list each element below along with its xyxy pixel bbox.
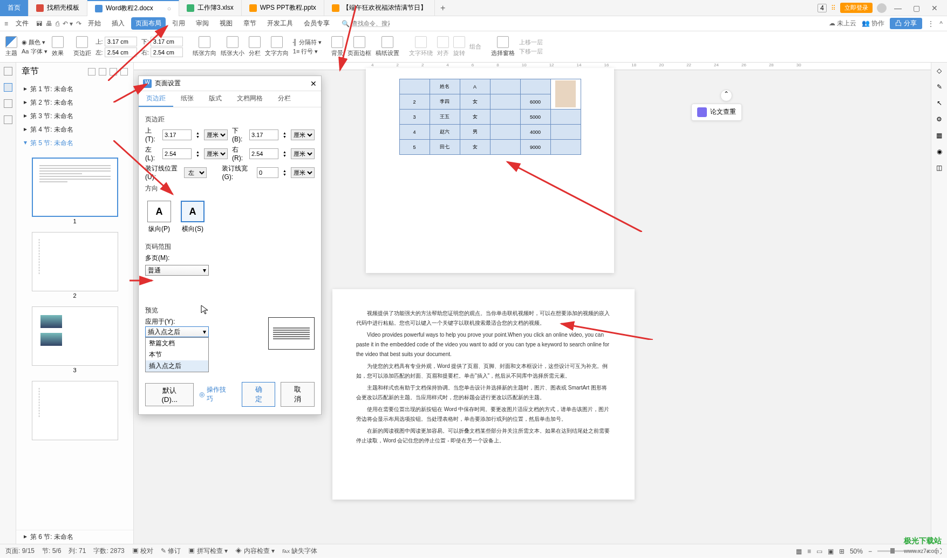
section-item-2[interactable]: ▸ 第 2 节: 未命名 [16, 96, 133, 110]
dlg-right-input[interactable] [249, 148, 278, 159]
dialog-tab-margins[interactable]: 页边距 [139, 91, 173, 107]
dlg-top-unit[interactable]: 厘米 [204, 129, 228, 140]
section-item-5[interactable]: ▾ 第 5 节: 未命名 [16, 136, 133, 150]
zoom-out-button[interactable]: − [868, 548, 872, 555]
redo-icon[interactable]: ↷ [76, 20, 81, 28]
section-item-1[interactable]: ▸ 第 1 节: 未命名 [16, 83, 133, 96]
location-icon[interactable]: ◉ [937, 148, 942, 155]
thumb-page-1[interactable] [32, 158, 118, 217]
maximize-icon[interactable]: ▢ [909, 4, 923, 12]
print-icon[interactable]: 🖶 [46, 20, 52, 28]
content-check-button[interactable]: ◈ 内容检查 ▾ [235, 547, 275, 556]
menu-page-layout[interactable]: 页面布局 [131, 17, 166, 30]
menu-view[interactable]: 视图 [215, 17, 237, 30]
thumb-page-2[interactable] [32, 232, 118, 291]
margin-bottom-input[interactable] [151, 37, 183, 46]
coop-button[interactable]: 👥 协作 [862, 19, 884, 28]
view-outline-icon[interactable]: ≡ [807, 548, 811, 555]
minimize-icon[interactable]: — [891, 4, 905, 12]
line-number-button[interactable]: 1≡ 行号 ▾ [293, 47, 322, 56]
dlg-left-unit[interactable]: 厘米 [204, 148, 228, 159]
clipboard-icon[interactable]: ▦ [936, 132, 942, 139]
new-tab-button[interactable]: + [435, 3, 451, 13]
menu-review[interactable]: 审阅 [192, 17, 213, 30]
collapse-icon[interactable] [120, 68, 128, 76]
view-web-icon[interactable]: ▭ [816, 548, 822, 555]
view-print-icon[interactable]: ▦ [796, 548, 802, 555]
spell-check-button[interactable]: ▣ 拼写检查 ▾ [188, 547, 228, 556]
columns-button[interactable]: 分栏 [249, 36, 261, 57]
dlg-top-input[interactable] [162, 129, 192, 140]
apply-option-whole-doc[interactable]: 整篇文档 [146, 338, 208, 349]
section-item-4[interactable]: ▸ 第 4 节: 未命名 [16, 123, 133, 136]
proofing-button[interactable]: ▣ 校对 [132, 547, 153, 556]
effect-button[interactable]: 效果 [52, 36, 64, 57]
multipage-select[interactable]: 普通▾ [145, 265, 209, 276]
sections-panel-icon[interactable] [4, 83, 12, 92]
selection-pane-button[interactable]: 选择窗格 [491, 36, 515, 57]
text-direction-button[interactable]: 文字方向 [265, 36, 289, 57]
menu-developer[interactable]: 开发工具 [263, 17, 297, 30]
share-button[interactable]: 凸分享 [890, 18, 922, 29]
color-button[interactable]: ◉ 颜色 ▾ [22, 38, 47, 46]
apply-to-select[interactable]: 插入点之后▾ [145, 326, 209, 337]
settings-icon[interactable]: ⚙ [936, 115, 942, 123]
menu-file[interactable]: 文件 [11, 17, 33, 30]
preview-icon[interactable]: ⎙ [56, 20, 59, 28]
word-count[interactable]: 字数: 2873 [93, 547, 124, 556]
tab-home[interactable]: 首页 [0, 0, 29, 16]
expand-icon[interactable] [110, 68, 117, 76]
add-section-icon[interactable] [88, 68, 96, 76]
chevron-up-icon[interactable]: ^ [939, 20, 943, 28]
cloud-status[interactable]: ☁ 未上云 [829, 19, 856, 28]
view-read-icon[interactable]: ▣ [828, 548, 834, 555]
cursor-icon[interactable]: ↖ [937, 99, 942, 107]
revision-button[interactable]: ✎ 修订 [161, 547, 181, 556]
menu-vip[interactable]: 会员专享 [299, 17, 334, 30]
thumb-page-4[interactable] [32, 381, 118, 440]
tab-word-doc[interactable]: Word教程2.docx○ [87, 0, 179, 16]
menu-hamburger-icon[interactable]: ≡ [4, 20, 8, 28]
pencil-icon[interactable]: ✎ [937, 83, 942, 91]
operation-tips-link[interactable]: ◎操作技巧 [199, 385, 230, 404]
menu-sections[interactable]: 章节 [239, 17, 261, 30]
dlg-gutter-pos[interactable]: 左 [184, 167, 207, 178]
zoom-fit-icon[interactable]: ⊞ [839, 548, 844, 555]
page-indicator[interactable]: 页面: 9/15 [5, 547, 35, 556]
writing-paper-button[interactable]: 稿纸设置 [376, 36, 399, 57]
tab-xlsx[interactable]: 工作簿3.xlsx [179, 0, 242, 16]
zoom-level[interactable]: 50% [850, 548, 863, 555]
margin-top-input[interactable] [105, 37, 137, 46]
menu-references[interactable]: 引用 [168, 17, 189, 30]
dlg-gutter-width[interactable] [257, 167, 278, 178]
menu-insert[interactable]: 插入 [107, 17, 129, 30]
undo-icon[interactable]: ↶ ▾ [63, 20, 73, 28]
orientation-button[interactable]: 纸张方向 [193, 36, 216, 57]
dlg-bottom-input[interactable] [249, 129, 278, 140]
dialog-tab-grid[interactable]: 文档网格 [229, 91, 270, 107]
more-icon[interactable]: ⋮ [928, 20, 934, 28]
paper-check-button[interactable]: 论文查重 [691, 104, 742, 121]
tab-close-icon[interactable]: ○ [167, 5, 171, 12]
ok-button[interactable]: 确定 [242, 382, 276, 407]
dlg-right-unit[interactable]: 厘米 [291, 148, 315, 159]
dlg-gutter-unit[interactable]: 厘米 [291, 167, 315, 178]
bookmark-icon[interactable] [4, 99, 12, 108]
missing-font-button[interactable]: ℻ 缺失字体 [282, 547, 317, 556]
close-icon[interactable]: ✕ [928, 4, 942, 12]
dialog-tab-paper[interactable]: 纸张 [173, 91, 201, 107]
margins-button[interactable]: 页边距 [73, 36, 91, 57]
apply-option-after-insert[interactable]: 插入点之后 [146, 360, 208, 372]
outline-icon[interactable] [4, 67, 12, 76]
margin-right-input[interactable] [151, 47, 183, 57]
diamond-icon[interactable]: ◇ [937, 67, 942, 74]
portrait-option[interactable]: A纵向(P) [147, 201, 171, 234]
tab-presentation2[interactable]: 【端午狂欢祝福浓情满节日】 [324, 0, 435, 16]
thumb-page-3[interactable] [32, 306, 118, 366]
dialog-tab-layout[interactable]: 版式 [201, 91, 229, 107]
section-item-3[interactable]: ▸ 第 3 节: 未命名 [16, 110, 133, 123]
command-search-input[interactable] [352, 20, 390, 27]
menu-start[interactable]: 开始 [84, 17, 105, 30]
margin-left-input[interactable] [105, 47, 137, 57]
page-border-button[interactable]: 页面边框 [348, 36, 371, 57]
